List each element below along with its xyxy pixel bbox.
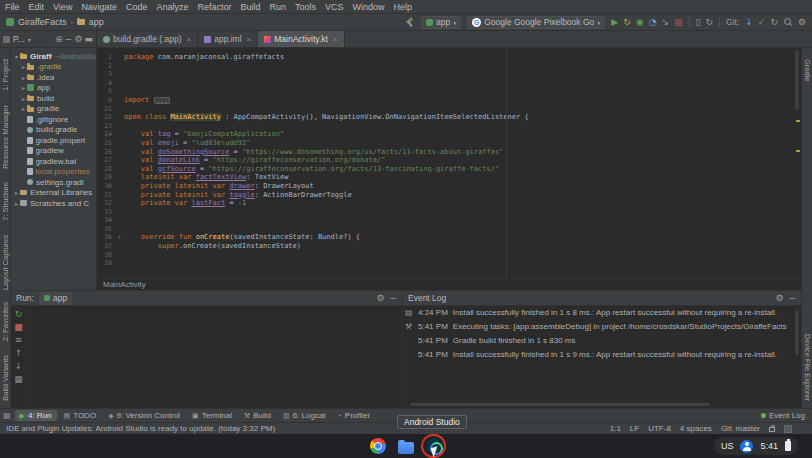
tree-item-settings-gradl[interactable]: settings.gradl <box>11 177 96 188</box>
menu-code[interactable]: Code <box>126 2 148 12</box>
log-settings-icon[interactable]: ⚙ <box>775 294 783 303</box>
event-log-tab[interactable]: Event Log <box>761 411 809 420</box>
tree-arrow-icon[interactable]: ▸ <box>20 74 27 81</box>
event-log-body[interactable]: ▤4:24 PMInstall successfully finished in… <box>405 308 793 402</box>
lock-icon[interactable] <box>769 427 775 432</box>
status-item-utf-8[interactable]: UTF-8 <box>648 424 671 433</box>
code-editor[interactable]: 1package com.naranjaconsal.giraffefacts2… <box>97 48 801 278</box>
gradle-sync-icon[interactable]: ↻ <box>706 18 714 27</box>
strip-label-7-structure[interactable]: 7: Structure <box>1 182 10 221</box>
close-icon[interactable]: × <box>333 35 338 44</box>
tab-build-gradle-app-[interactable]: build.gradle (:app)× <box>97 31 198 47</box>
status-item-4-spaces[interactable]: 4 spaces <box>680 424 712 433</box>
hide-panel-icon[interactable]: ▬ <box>84 35 93 44</box>
tool-tab-terminal[interactable]: ▣Terminal <box>187 410 237 421</box>
breadcrumb-project[interactable]: GiraffeFacts <box>18 17 67 27</box>
menu-file[interactable]: File <box>5 2 20 12</box>
git-revert-icon[interactable]: ↻ <box>770 18 778 27</box>
tree-item-external-libraries[interactable]: ▸External Libraries <box>11 188 96 199</box>
collapse-all-icon[interactable]: − <box>65 35 73 44</box>
run-settings-icon[interactable]: ⚙ <box>376 294 384 303</box>
git-commit-icon[interactable]: ✓ <box>758 18 766 27</box>
breadcrumb-module[interactable]: app <box>89 17 104 27</box>
run-filter-icon[interactable]: ≡ <box>15 336 23 345</box>
strip-label-resource-manager[interactable]: Resource Manager <box>1 105 10 169</box>
debug-icon[interactable]: ◉ <box>636 18 644 27</box>
stop-button[interactable]: ■ <box>14 323 23 332</box>
tree-item--gitignore[interactable]: .gitignore <box>11 114 96 125</box>
status-message[interactable]: IDE and Plugin Updates: Android Studio i… <box>6 424 275 433</box>
tree-arrow-icon[interactable]: ▸ <box>20 63 27 70</box>
strip-label-1-project[interactable]: 1: Project <box>1 59 10 91</box>
menu-help[interactable]: Help <box>394 2 413 12</box>
menu-analyze[interactable]: Analyze <box>156 2 188 12</box>
tree-arrow-icon[interactable]: ▸ <box>13 200 20 207</box>
tree-item-giraffefacts[interactable]: ▾GiraffeFacts~/AndroidStu <box>11 51 96 62</box>
build-hammer-icon[interactable] <box>405 17 415 27</box>
tool-window-switcher-icon[interactable]: ▦ <box>3 411 11 420</box>
menu-navigate[interactable]: Navigate <box>81 2 117 12</box>
chrome-icon[interactable] <box>370 438 386 454</box>
up-stack-icon[interactable]: ↑ <box>15 349 23 358</box>
panel-settings-icon[interactable]: ⚙ <box>74 35 82 44</box>
breadcrumb-class[interactable]: MainActivity <box>103 280 146 289</box>
files-app-icon[interactable] <box>398 442 414 454</box>
strip-label-layout-captures[interactable]: Layout Captures <box>1 235 10 290</box>
apply-changes-icon[interactable]: ↻ <box>623 18 631 27</box>
event-log-hscrollbar[interactable] <box>410 403 710 406</box>
close-icon[interactable]: × <box>247 35 252 44</box>
search-icon[interactable] <box>784 18 792 26</box>
device-manager-icon[interactable]: ▯ <box>696 18 701 27</box>
tree-arrow-icon[interactable]: ▸ <box>20 84 27 91</box>
git-update-icon[interactable]: ↓ <box>745 18 753 27</box>
tree-item-gradle-propert[interactable]: gradle.propert <box>11 135 96 146</box>
menu-tools[interactable]: Tools <box>295 2 316 12</box>
hide-log-panel-icon[interactable]: − <box>788 294 796 303</box>
strip-label-2-favorites[interactable]: 2: Favorites <box>1 302 10 341</box>
strip-label-gradle[interactable]: Gradle <box>803 59 812 82</box>
stop-button[interactable]: ■ <box>674 18 683 27</box>
locate-file-icon[interactable]: ⊕ <box>55 35 63 44</box>
rerun-button[interactable]: ↻ <box>15 310 23 319</box>
run-config-select[interactable]: app ▾ <box>421 16 461 29</box>
menu-view[interactable]: View <box>53 2 72 12</box>
tree-item-build[interactable]: ▸build <box>11 93 96 104</box>
tree-item--gradle[interactable]: ▸.gradle <box>11 62 96 73</box>
run-button[interactable]: ▶ <box>611 18 618 27</box>
tree-arrow-icon[interactable]: ▸ <box>20 95 27 102</box>
menu-vcs[interactable]: VCS <box>325 2 344 12</box>
tree-arrow-icon[interactable]: ▾ <box>13 53 20 60</box>
settings-gear-icon[interactable]: ⚙ <box>798 18 806 27</box>
menu-build[interactable]: Build <box>240 2 260 12</box>
device-select[interactable]: G Google Google Pixelbook Go ▾ <box>467 16 605 29</box>
editor-scrollbar[interactable] <box>795 50 799 110</box>
strip-label-build-variants[interactable]: Build Variants <box>1 355 10 401</box>
strip-label-device-file-explorer[interactable]: Device File Explorer <box>803 334 812 401</box>
tool-tab-9-version-control[interactable]: ◈9: Version Control <box>103 410 185 421</box>
menu-edit[interactable]: Edit <box>29 2 45 12</box>
tree-item-gradlew-bat[interactable]: gradlew.bat <box>11 156 96 167</box>
tool-tab-build[interactable]: ⚒Build <box>239 410 276 421</box>
system-tray[interactable]: US 5:41 <box>714 437 798 455</box>
profiler-icon[interactable]: ◔ <box>649 18 657 27</box>
tree-arrow-icon[interactable]: ▸ <box>13 189 20 196</box>
tab-app-iml[interactable]: app.iml× <box>198 31 258 47</box>
memory-indicator[interactable] <box>784 425 792 433</box>
run-tab-app[interactable]: app <box>39 292 72 305</box>
tool-tab-todo[interactable]: ▤TODO <box>59 410 102 421</box>
tool-tab-profiler[interactable]: ◔Profiler <box>333 410 376 421</box>
tree-item-build-gradle[interactable]: build.gradle <box>11 125 96 136</box>
tree-item--idea[interactable]: ▸.idea <box>11 72 96 83</box>
tree-item-local-properties[interactable]: local.properties <box>11 167 96 178</box>
android-studio-icon[interactable] <box>426 438 443 455</box>
tree-item-gradlew[interactable]: gradlew <box>11 146 96 157</box>
tool-tab-6-logcat[interactable]: ▥6: Logcat <box>278 410 331 421</box>
close-icon[interactable]: × <box>187 35 192 44</box>
tree-item-scratches-and-c[interactable]: ▸Scratches and C <box>11 198 96 209</box>
status-item-1-1[interactable]: 1:1 <box>610 424 621 433</box>
menu-window[interactable]: Window <box>353 2 385 12</box>
clear-console-icon[interactable]: ▦ <box>14 375 23 384</box>
menu-run[interactable]: Run <box>270 2 287 12</box>
attach-debugger-icon[interactable]: ↘ <box>661 18 669 27</box>
project-panel-header[interactable]: P... ▾ ⊕−⚙▬ <box>0 31 97 47</box>
